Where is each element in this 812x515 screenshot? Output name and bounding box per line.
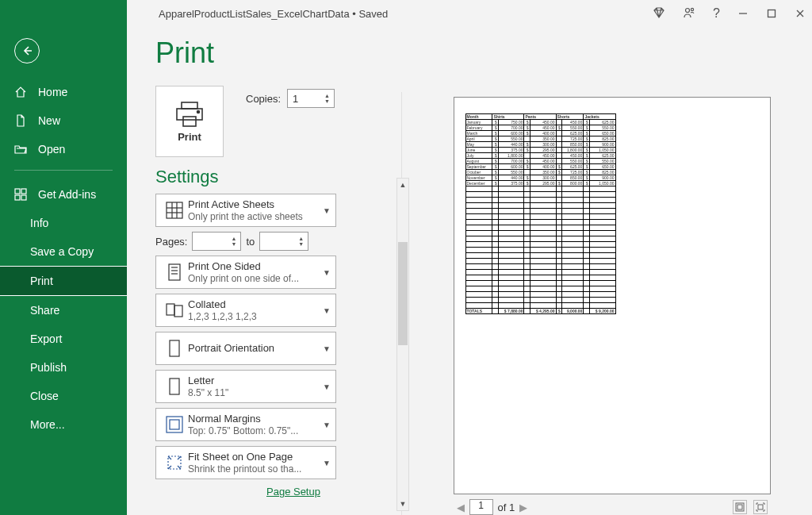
new-icon: [14, 114, 27, 127]
page-setup-link[interactable]: Page Setup: [266, 486, 320, 498]
main-area: Print Print Copies: 1 ▲▼ Settings: [127, 27, 812, 515]
letter-icon: [164, 376, 185, 397]
sidebar-item-label: Home: [38, 86, 67, 98]
svg-point-1: [691, 8, 693, 10]
fit-page-icon: [164, 452, 185, 473]
print-preview-area: MonthShirtsPantsShortsJacketsJanuary$750…: [401, 92, 812, 515]
setting-paper[interactable]: Letter8.5" x 11" ▼: [155, 370, 336, 403]
setting-margins[interactable]: Normal MarginsTop: 0.75" Bottom: 0.75"..…: [155, 408, 336, 441]
setting-scaling[interactable]: Fit Sheet on One PageShrink the printout…: [155, 446, 336, 479]
setting-collate[interactable]: Collated1,2,3 1,2,3 1,2,3 ▼: [155, 294, 336, 327]
margins-icon: [164, 414, 185, 435]
settings-scrollbar[interactable]: ▲ ▼: [396, 178, 409, 511]
svg-rect-8: [15, 195, 20, 200]
sidebar-item-more[interactable]: More...: [0, 410, 127, 439]
setting-sub: Only print on one side of...: [188, 273, 323, 284]
share-people-icon[interactable]: [683, 6, 695, 21]
svg-rect-12: [183, 117, 196, 126]
setting-title: Letter: [188, 375, 323, 387]
page-number-value: 1: [478, 500, 484, 511]
setting-orientation[interactable]: Portrait Orientation ▼: [155, 332, 336, 365]
setting-title: Normal Margins: [188, 413, 323, 425]
next-page-button[interactable]: ▶: [519, 502, 527, 513]
scrollbar-thumb[interactable]: [398, 242, 408, 345]
svg-rect-7: [21, 189, 26, 194]
chevron-down-icon: ▼: [323, 306, 331, 315]
print-button[interactable]: Print: [155, 86, 224, 157]
sidebar-item-saveacopy[interactable]: Save a Copy: [0, 237, 127, 266]
copies-value: 1: [293, 93, 298, 105]
sidebar-item-label: Info: [30, 217, 48, 229]
diamond-icon[interactable]: [653, 6, 665, 21]
spinner-arrows-icon[interactable]: ▲▼: [231, 233, 239, 249]
sidebar-item-label: Share: [30, 304, 59, 317]
svg-rect-28: [170, 420, 179, 429]
collated-icon: [164, 300, 185, 321]
svg-point-0: [686, 8, 690, 12]
pages-from-input[interactable]: ▲▼: [192, 232, 241, 251]
sidebar-item-label: More...: [30, 418, 65, 431]
arrow-left-icon: [21, 44, 33, 57]
backstage-sidebar: Home New Open Get Add-ins Info Save a Co…: [0, 0, 127, 515]
setting-title: Print One Sided: [188, 260, 323, 273]
scroll-up-icon[interactable]: ▲: [397, 179, 408, 191]
sidebar-item-addins[interactable]: Get Add-ins: [0, 180, 127, 209]
svg-rect-23: [167, 304, 174, 315]
sidebar-item-new[interactable]: New: [0, 106, 127, 135]
sidebar-item-label: Open: [38, 143, 65, 156]
minimize-button[interactable]: [737, 8, 749, 19]
home-icon: [14, 86, 27, 98]
sidebar-item-label: Export: [30, 332, 62, 345]
svg-rect-31: [737, 505, 742, 509]
setting-sub: Top: 0.75" Bottom: 0.75"...: [188, 425, 323, 436]
help-icon[interactable]: ?: [713, 6, 720, 21]
setting-print-scope[interactable]: Print Active SheetsOnly print the active…: [155, 194, 336, 227]
maximize-button[interactable]: [766, 8, 777, 19]
spinner-arrows-icon[interactable]: ▲▼: [324, 90, 332, 106]
print-button-label: Print: [178, 131, 201, 143]
svg-rect-27: [167, 417, 182, 432]
copies-label: Copies:: [246, 93, 281, 105]
setting-sub: 8.5" x 11": [188, 387, 323, 398]
svg-rect-25: [170, 340, 179, 356]
svg-rect-19: [169, 264, 180, 280]
sidebar-item-label: Print: [30, 275, 53, 287]
prev-page-button[interactable]: ◀: [457, 502, 465, 513]
svg-point-13: [197, 110, 200, 113]
svg-rect-24: [174, 306, 182, 317]
svg-rect-26: [170, 379, 179, 394]
sidebar-item-share[interactable]: Share: [0, 296, 127, 325]
setting-title: Collated: [188, 298, 323, 311]
sidebar-item-open[interactable]: Open: [0, 135, 127, 163]
addins-icon: [14, 188, 27, 201]
sidebar-item-export[interactable]: Export: [0, 325, 127, 353]
scroll-down-icon[interactable]: ▼: [397, 498, 408, 510]
sidebar-item-print[interactable]: Print: [0, 266, 127, 296]
preview-page: MonthShirtsPantsShortsJacketsJanuary$750…: [454, 97, 771, 494]
setting-title: Fit Sheet on One Page: [188, 451, 323, 463]
svg-rect-10: [182, 102, 197, 109]
sidebar-item-home[interactable]: Home: [0, 78, 127, 106]
sidebar-item-publish[interactable]: Publish: [0, 353, 127, 382]
svg-rect-6: [15, 189, 20, 194]
svg-rect-9: [21, 195, 26, 200]
setting-sided[interactable]: Print One SidedOnly print on one side of…: [155, 256, 336, 289]
pages-to-input[interactable]: ▲▼: [259, 232, 308, 251]
back-button[interactable]: [14, 38, 40, 63]
sidebar-item-label: Close: [30, 390, 59, 402]
open-icon: [14, 143, 27, 156]
show-margins-button[interactable]: [733, 500, 747, 514]
printer-icon: [174, 101, 205, 128]
window-title: ApparelProductListSales_ExcelChartData •…: [159, 8, 388, 20]
svg-rect-3: [768, 10, 776, 17]
page-number-input[interactable]: 1: [469, 499, 493, 515]
sidebar-separator: [14, 170, 113, 171]
sidebar-item-info[interactable]: Info: [0, 209, 127, 237]
sidebar-item-close[interactable]: Close: [0, 382, 127, 410]
zoom-to-page-button[interactable]: [753, 500, 768, 514]
chevron-down-icon: ▼: [323, 382, 331, 391]
spinner-arrows-icon[interactable]: ▲▼: [298, 233, 306, 249]
copies-input[interactable]: 1 ▲▼: [287, 89, 335, 108]
close-button[interactable]: [795, 8, 806, 19]
sidebar-item-label: Get Add-ins: [38, 188, 96, 201]
